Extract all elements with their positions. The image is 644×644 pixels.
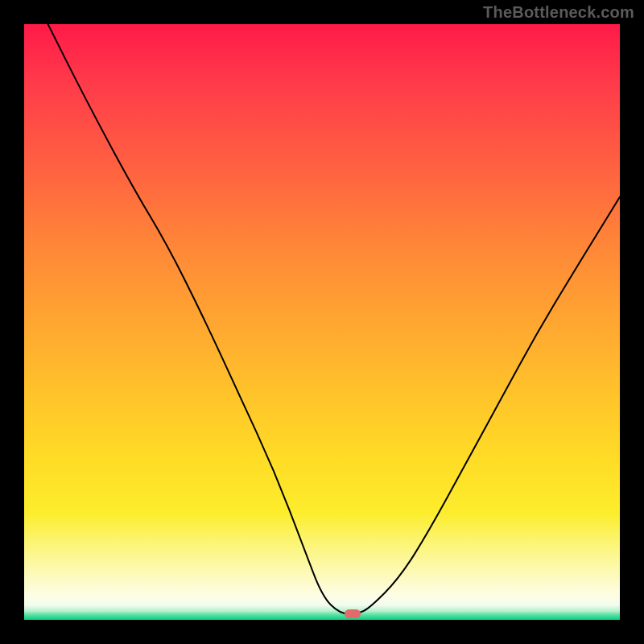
plot-area: [24, 24, 620, 620]
curve-path: [48, 24, 620, 614]
chart-frame: TheBottleneck.com: [0, 0, 644, 644]
bottleneck-curve: [24, 24, 620, 620]
optimum-marker: [345, 609, 361, 618]
attribution-text: TheBottleneck.com: [483, 3, 634, 22]
